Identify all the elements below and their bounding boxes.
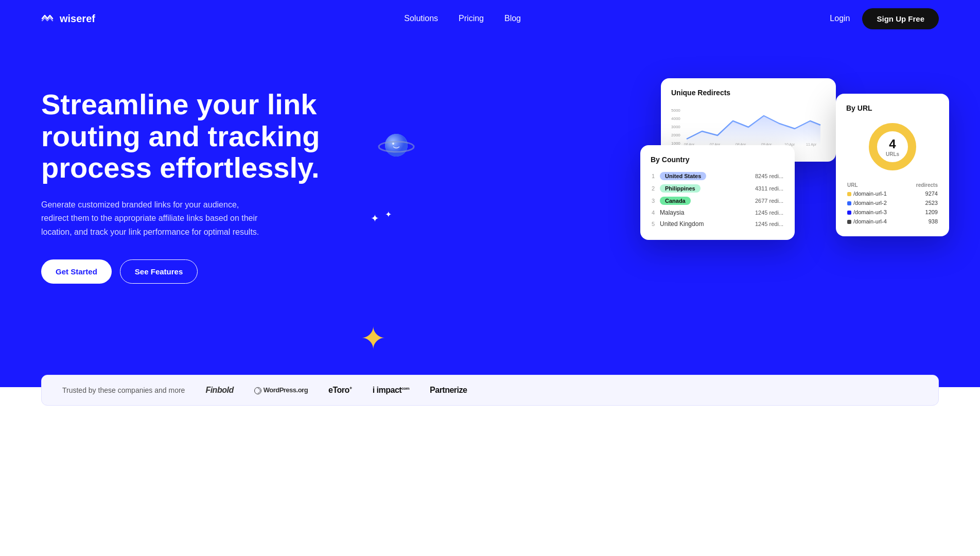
nav-solutions[interactable]: Solutions [404,14,438,23]
logo-partnerize: Partnerize [430,386,467,395]
nav-actions: Login Sign Up Free [830,8,939,29]
signup-button[interactable]: Sign Up Free [862,8,939,29]
by-country-card: By Country 1 United States 8245 redi... … [640,145,795,240]
logo-impact: i impactcom [373,386,409,395]
hero-buttons: Get Started See Features [41,259,329,284]
table-row: 2 Philippines 4311 redi... [651,182,784,195]
logo-text: wiseref [60,13,95,25]
svg-point-2 [392,143,394,145]
table-row: 4 Malaysia 1245 redi... [651,207,784,218]
planet-decoration [376,127,417,165]
svg-text:11 Apr: 11 Apr [806,143,817,147]
sparkle-decoration: ✦ [371,212,379,224]
logo[interactable]: wiseref [41,13,95,25]
nav-pricing[interactable]: Pricing [459,14,484,23]
star-decoration: ✦ [360,320,386,356]
donut-number: 4 URLs [886,137,899,157]
url-table: URL redirects /domain-url-1 9274 /domain… [846,181,939,226]
nav-blog[interactable]: Blog [504,14,521,23]
logo-icon [41,13,56,24]
hero-section: ✦ ✦ ✦ Streamline your link routing and t… [0,37,980,387]
cross-sparkle: ✦ [385,210,392,219]
svg-point-1 [385,134,408,157]
hero-title: Streamline your link routing and trackin… [41,89,329,184]
hero-content: Streamline your link routing and trackin… [41,78,329,284]
white-section [0,418,980,521]
logo-wordpress: WordPress.org [254,386,308,394]
logo-finbold: Finbold [205,386,233,395]
svg-text:3000: 3000 [671,125,680,129]
by-url-card: By URL 4 URLs [836,94,949,236]
trusted-bar: Trusted by these companies and more Finb… [41,375,939,406]
table-row: /domain-url-2 2523 [846,198,939,207]
hero-description: Generate customized branded links for yo… [41,198,268,239]
dashboard-mockup: Unique Redirects 5000 4000 3000 2000 100… [661,78,949,346]
table-row: /domain-url-3 1209 [846,207,939,217]
svg-text:2000: 2000 [671,133,680,137]
navbar: wiseref Solutions Pricing Blog Login Sig… [0,0,980,37]
table-row: 5 United Kingdom 1245 redi... [651,218,784,230]
trusted-logos: Finbold WordPress.org eToro+ i impactcom… [205,386,467,395]
trusted-text: Trusted by these companies and more [62,386,185,394]
see-features-button[interactable]: See Features [120,259,198,284]
get-started-button[interactable]: Get Started [41,259,112,284]
by-country-title: By Country [651,155,784,164]
logo-etoro: eToro+ [328,386,352,395]
unique-redirects-title: Unique Redirects [671,89,826,97]
country-badge: United States [660,172,706,180]
nav-links: Solutions Pricing Blog [404,14,521,23]
by-url-title: By URL [846,104,939,112]
redirects-chart: 5000 4000 3000 2000 1000 06 Apr 07 Apr 0… [671,103,826,149]
table-row: 1 United States 8245 redi... [651,170,784,182]
country-table: 1 United States 8245 redi... 2 Philippin… [651,170,784,230]
login-link[interactable]: Login [830,14,850,23]
svg-text:5000: 5000 [671,108,680,113]
country-badge: Philippines [660,184,701,193]
table-row: /domain-url-4 938 [846,217,939,226]
country-badge: Canada [660,197,691,205]
svg-text:4000: 4000 [671,116,680,121]
table-row: /domain-url-1 9274 [846,189,939,198]
donut-chart: 4 URLs [846,118,939,175]
table-row: 3 Canada 2677 redi... [651,195,784,207]
